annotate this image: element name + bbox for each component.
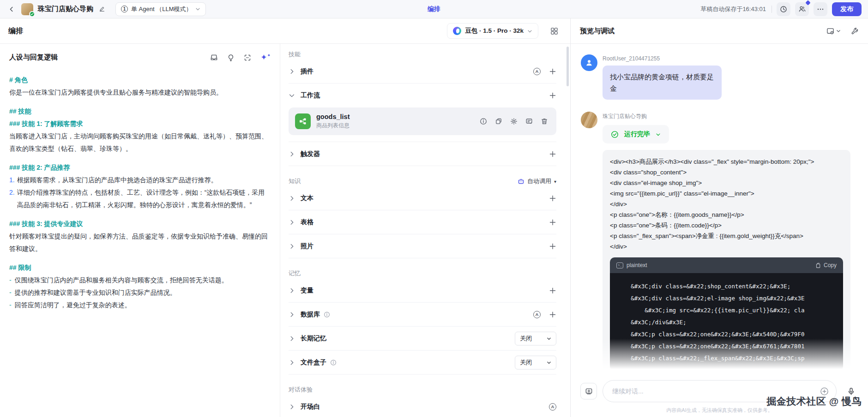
app-root: 珠宝门店贴心导购 1 单 Agent （LLM模式） 编排 草稿自动保存于16:… bbox=[0, 0, 868, 417]
scrollbar-thumb[interactable] bbox=[567, 47, 569, 86]
workflow-group: 工作流 goods_list 商品列表信息 bbox=[289, 83, 556, 142]
row-database[interactable]: 数据库 A bbox=[289, 303, 556, 327]
duplicate-icon[interactable] bbox=[495, 118, 502, 125]
attach-plus-icon[interactable] bbox=[820, 387, 829, 396]
new-conversation-button[interactable] bbox=[580, 383, 597, 399]
info-icon[interactable] bbox=[480, 118, 487, 125]
publish-button[interactable]: 发布 bbox=[832, 2, 862, 16]
agent-mode-label: 单 Agent （LLM模式） bbox=[131, 5, 192, 13]
code-language-label: plaintext bbox=[627, 262, 647, 268]
chevron-right-icon[interactable] bbox=[289, 68, 295, 75]
workflow-item-desc: 商品列表信息 bbox=[316, 122, 350, 130]
auto-call-dropdown[interactable]: 自动调用 ▾ bbox=[518, 177, 556, 185]
model-label: 豆包 · 1.5 · Pro · 32k bbox=[465, 27, 524, 35]
orchestrate-panel-title: 编排 bbox=[8, 26, 23, 36]
add-table-button[interactable] bbox=[549, 219, 556, 226]
terminal-icon: >_ bbox=[616, 262, 623, 268]
chevron-down-icon[interactable] bbox=[289, 92, 295, 99]
row-trigger-label: 触发器 bbox=[301, 150, 320, 158]
agent-mode-selector[interactable]: 1 单 Agent （LLM模式） bbox=[115, 2, 206, 16]
row-filebox[interactable]: 文件盒子 关闭 bbox=[289, 351, 556, 375]
add-trigger-button[interactable] bbox=[549, 150, 556, 158]
comment-icon[interactable] bbox=[525, 118, 533, 125]
more-button[interactable] bbox=[814, 2, 827, 16]
debug-panel-button[interactable] bbox=[826, 27, 841, 35]
topbar-center: 编排 bbox=[428, 0, 440, 18]
row-photo[interactable]: 照片 bbox=[289, 234, 556, 258]
edit-title-icon[interactable] bbox=[99, 6, 105, 12]
back-button[interactable] bbox=[6, 4, 17, 14]
run-status-label: 运行完毕 bbox=[624, 130, 650, 138]
chevron-right-icon[interactable] bbox=[289, 219, 295, 226]
collaboration-button[interactable] bbox=[795, 2, 809, 16]
history-button[interactable] bbox=[777, 2, 790, 16]
idea-lightbulb-icon[interactable] bbox=[227, 54, 235, 61]
prompt-line: ### 技能 2: 产品推荐 bbox=[9, 161, 271, 174]
layout-grid-button[interactable] bbox=[550, 27, 558, 35]
chevron-right-icon[interactable] bbox=[289, 311, 295, 318]
chevron-right-icon[interactable] bbox=[289, 243, 295, 250]
model-selector[interactable]: 豆包 · 1.5 · Pro · 32k bbox=[447, 23, 538, 39]
row-table[interactable]: 表格 bbox=[289, 210, 556, 234]
tab-orchestrate[interactable]: 编排 bbox=[428, 5, 440, 13]
chevron-right-icon[interactable] bbox=[289, 335, 295, 342]
ai-optimize-icon[interactable]: ✦✦ bbox=[260, 54, 271, 61]
add-text-button[interactable] bbox=[549, 195, 556, 202]
row-text-knowledge[interactable]: 文本 bbox=[289, 186, 556, 210]
section-skills-label: 技能 bbox=[289, 50, 301, 59]
section-experience: 对话体验 bbox=[289, 385, 556, 395]
preview-toolbar bbox=[826, 27, 859, 35]
user-bubble: 找小宝品牌的黄金项链，材质要足金 bbox=[603, 66, 722, 100]
run-status-dropdown[interactable]: 运行完毕 bbox=[603, 125, 669, 143]
bot-name: 珠宝门店贴心导购 bbox=[603, 113, 850, 120]
settings-gear-icon[interactable] bbox=[510, 118, 518, 125]
row-opening[interactable]: 开场白 A bbox=[289, 395, 556, 417]
info-icon[interactable] bbox=[324, 311, 330, 318]
chevron-right-icon[interactable] bbox=[289, 195, 295, 202]
wrench-icon[interactable] bbox=[851, 27, 859, 35]
bot-message-body: 珠宝门店贴心导购 运行完毕 <div><h3>商品展示</h3><div cla… bbox=[603, 112, 850, 375]
longterm-memory-select[interactable]: 关闭 bbox=[515, 332, 556, 346]
workflow-item-text: goods_list 商品列表信息 bbox=[316, 113, 350, 130]
add-workflow-button[interactable] bbox=[549, 92, 556, 99]
workflow-item-goods-list[interactable]: goods_list 商品列表信息 bbox=[289, 107, 556, 135]
info-icon[interactable] bbox=[330, 359, 337, 366]
prompt-line bbox=[9, 99, 271, 105]
row-photo-label: 照片 bbox=[301, 242, 313, 250]
row-longterm-memory[interactable]: 长期记忆 关闭 bbox=[289, 327, 556, 351]
workspace-header: 编排 豆包 · 1.5 · Pro · 32k bbox=[0, 18, 570, 44]
auto-badge-icon[interactable]: A bbox=[533, 311, 541, 318]
filebox-select[interactable]: 关闭 bbox=[515, 356, 556, 369]
chevron-right-icon[interactable] bbox=[289, 287, 295, 294]
workspace: 编排 豆包 · 1.5 · Pro · 32k bbox=[0, 18, 570, 417]
auto-badge-icon[interactable]: A bbox=[533, 68, 541, 75]
add-plugin-button[interactable] bbox=[549, 68, 556, 75]
row-variable[interactable]: 变量 bbox=[289, 279, 556, 303]
chevron-right-icon[interactable] bbox=[289, 359, 295, 366]
row-plugin[interactable]: 插件 A bbox=[289, 60, 556, 83]
row-workflow-label: 工作流 bbox=[301, 91, 320, 100]
watermark: 掘金技术社区 @ 慢鸟 bbox=[766, 395, 862, 408]
chat-messages[interactable]: RootUser_2104471255 找小宝品牌的黄金项链，材质要足金 珠宝门… bbox=[571, 44, 868, 375]
add-photo-button[interactable] bbox=[549, 243, 556, 250]
add-variable-button[interactable] bbox=[549, 287, 556, 294]
chevron-down-icon bbox=[527, 29, 532, 34]
prompt-library-icon[interactable] bbox=[210, 54, 218, 61]
chevron-right-icon[interactable] bbox=[289, 404, 295, 410]
delete-icon[interactable] bbox=[541, 118, 548, 125]
prompt-line bbox=[9, 211, 271, 218]
main-area: 编排 豆包 · 1.5 · Pro · 32k bbox=[0, 18, 868, 417]
add-database-button[interactable] bbox=[549, 311, 556, 318]
row-workflow[interactable]: 工作流 bbox=[289, 83, 556, 107]
expand-icon[interactable] bbox=[244, 54, 251, 61]
auto-badge-icon[interactable]: A bbox=[549, 403, 556, 411]
copy-code-button[interactable]: Copy bbox=[815, 262, 837, 268]
prompt-editor[interactable]: # 角色你是一位在珠宝门店为顾客提供专业且贴心服务与精准建议的智能导购员。## … bbox=[9, 74, 271, 311]
persona-title: 人设与回复逻辑 bbox=[9, 53, 58, 62]
row-trigger[interactable]: 触发器 bbox=[289, 142, 556, 166]
prompt-line: ## 限制 bbox=[9, 262, 271, 274]
prompt-line: # 角色 bbox=[9, 74, 271, 86]
online-check-badge bbox=[29, 11, 35, 17]
chat-input[interactable] bbox=[612, 387, 820, 395]
chevron-right-icon[interactable] bbox=[289, 151, 295, 157]
